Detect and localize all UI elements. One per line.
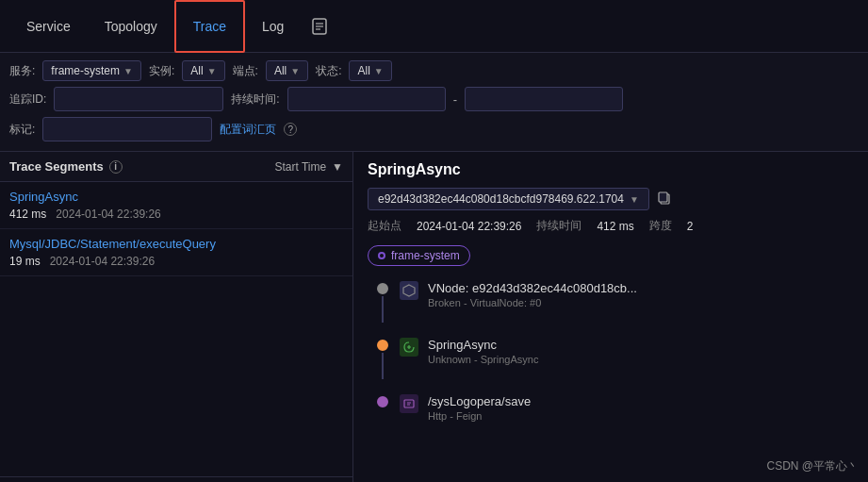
copy-icon[interactable] — [657, 191, 672, 208]
trace-item-0-meta: 412 ms 2024-01-04 22:39:26 — [9, 208, 343, 221]
node-1-sub: Unknown - SpringAsync — [428, 354, 538, 365]
status-filter-label: 状态: — [316, 63, 341, 79]
tag-label: 标记: — [9, 122, 35, 138]
service-select[interactable]: frame-system ▼ — [42, 60, 141, 81]
node-2-sub: Http - Feign — [428, 410, 531, 422]
help-icon[interactable]: ? — [284, 123, 297, 136]
node-0-content: VNode: e92d43d382ec44c080d18cb... Broken… — [428, 281, 637, 308]
node-1-icon — [400, 338, 418, 357]
trace-id-box[interactable]: e92d43d382ec44c080d18cbcfd978469.622.170… — [368, 188, 649, 210]
pagination: < 1 > — [0, 476, 352, 482]
node-0-sub: Broken - VirtualNode: #0 — [428, 297, 637, 308]
svg-rect-5 — [659, 192, 667, 202]
trace-item-0[interactable]: SpringAsync 412 ms 2024-01-04 22:39:26 — [0, 182, 352, 229]
depth-label: 跨度 — [649, 218, 672, 234]
node-0-connector — [377, 281, 388, 323]
instance-select[interactable]: All ▼ — [182, 60, 224, 81]
log-tab-label: Log — [262, 19, 284, 34]
timeline-node-1: SpringAsync Unknown - SpringAsync — [377, 338, 854, 379]
trace-item-1-meta: 19 ms 2024-01-04 22:39:26 — [9, 255, 343, 268]
list-header: Trace Segments i Start Time ▼ — [0, 152, 352, 182]
trace-item-0-duration: 412 ms — [9, 208, 46, 221]
topology-tab-label: Topology — [105, 19, 157, 34]
service-filter-label: 服务: — [9, 63, 35, 79]
node-2-dot — [377, 396, 388, 407]
endpoint-dropdown-arrow: ▼ — [290, 66, 300, 76]
timeline-tree: VNode: e92d43d382ec44c080d18cb... Broken… — [368, 281, 854, 422]
trace-id-value: e92d43d382ec44c080d18cbcfd978469.622.170… — [378, 192, 624, 206]
node-1-connector — [377, 338, 388, 379]
service-tab-label: Service — [26, 19, 71, 34]
node-0-icon — [400, 281, 418, 300]
service-tag-label: frame-system — [391, 249, 460, 262]
node-2-content: /sysLogopera/save Http - Feign — [428, 394, 531, 422]
trace-tab-label: Trace — [193, 19, 226, 34]
tab-log[interactable]: Log — [245, 0, 301, 53]
duration-label: 持续时间: — [231, 91, 279, 108]
service-dropdown-arrow: ▼ — [123, 66, 133, 76]
status-select[interactable]: All ▼ — [349, 60, 391, 81]
list-header-left: Trace Segments i — [9, 159, 123, 174]
trace-item-1-duration: 19 ms — [9, 255, 41, 268]
duration-from-input[interactable] — [287, 87, 446, 111]
node-0-name: VNode: e92d43d382ec44c080d18cb... — [428, 281, 637, 295]
trace-id-label: 追踪ID: — [9, 91, 46, 108]
trace-item-0-time: 2024-01-04 22:39:26 — [56, 208, 160, 221]
node-1-content: SpringAsync Unknown - SpringAsync — [428, 338, 538, 365]
nav-doc-icon[interactable] — [310, 0, 329, 53]
node-2-connector — [377, 394, 388, 407]
timeline-node-2: /sysLogopera/save Http - Feign — [377, 394, 854, 422]
trace-item-0-name: SpringAsync — [9, 190, 343, 204]
node-0-dot — [377, 283, 388, 294]
list-header-right[interactable]: Start Time ▼ — [274, 160, 343, 174]
svg-marker-6 — [403, 285, 415, 296]
trace-meta-row: 起始点 2024-01-04 22:39:26 持续时间 412 ms 跨度 2 — [368, 218, 854, 234]
trace-list-panel: Trace Segments i Start Time ▼ SpringAsyn… — [0, 152, 353, 482]
tab-service[interactable]: Service — [9, 0, 88, 53]
svg-rect-7 — [404, 400, 414, 407]
trace-detail-panel: SpringAsync e92d43d382ec44c080d18cbcfd97… — [353, 152, 868, 482]
watermark: CSDN @平常心丶 — [766, 458, 859, 474]
start-time-label: 起始点 — [368, 218, 401, 234]
start-time-value: 2024-01-04 22:39:26 — [417, 220, 521, 233]
endpoint-select[interactable]: All ▼ — [266, 60, 308, 81]
instance-filter-label: 实例: — [149, 63, 174, 79]
depth-value: 2 — [687, 220, 694, 233]
timeline-node-0: VNode: e92d43d382ec44c080d18cb... Broken… — [377, 281, 854, 323]
tab-topology[interactable]: Topology — [88, 0, 174, 53]
trace-item-1-name: Mysql/JDBC/Statement/executeQuery — [9, 237, 343, 251]
status-dropdown-arrow: ▼ — [374, 66, 384, 76]
node-1-dot — [377, 340, 388, 351]
endpoint-filter-label: 端点: — [233, 63, 258, 79]
service-tag-dot — [378, 252, 385, 259]
trace-detail-title: SpringAsync — [368, 161, 854, 178]
list-title: Trace Segments — [9, 159, 104, 174]
service-tag: frame-system — [368, 245, 470, 266]
trace-id-dropdown-arrow: ▼ — [630, 194, 639, 205]
node-2-icon — [400, 394, 418, 413]
trace-item-1-time: 2024-01-04 22:39:26 — [50, 255, 155, 268]
trace-id-input[interactable] — [54, 87, 223, 111]
node-2-name: /sysLogopera/save — [428, 394, 531, 408]
instance-dropdown-arrow: ▼ — [207, 66, 217, 76]
tag-input[interactable] — [42, 117, 212, 141]
node-1-name: SpringAsync — [428, 338, 538, 352]
node-0-line — [382, 296, 384, 323]
filter-bar: 服务: frame-system ▼ 实例: All ▼ 端点: All ▼ 状… — [0, 53, 868, 152]
duration-meta-label: 持续时间 — [536, 218, 581, 234]
sort-label: Start Time — [274, 160, 326, 174]
tab-trace[interactable]: Trace — [174, 0, 245, 53]
duration-to-input[interactable] — [465, 87, 623, 111]
top-navigation: Service Topology Trace Log — [0, 0, 868, 53]
config-link[interactable]: 配置词汇页 — [220, 122, 276, 138]
list-info-icon[interactable]: i — [109, 160, 123, 174]
trace-item-1[interactable]: Mysql/JDBC/Statement/executeQuery 19 ms … — [0, 229, 352, 276]
trace-id-row: e92d43d382ec44c080d18cbcfd978469.622.170… — [368, 188, 854, 210]
main-content: Trace Segments i Start Time ▼ SpringAsyn… — [0, 152, 868, 482]
node-1-line — [382, 353, 384, 379]
sort-chevron-icon: ▼ — [332, 160, 343, 174]
duration-meta-value: 412 ms — [597, 220, 633, 233]
